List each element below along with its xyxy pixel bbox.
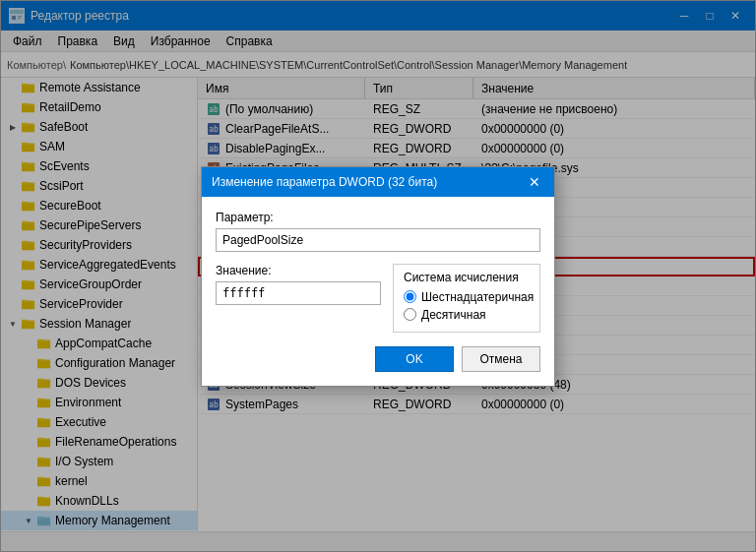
radio-hex-label: Шестнадцатеричная bbox=[421, 290, 534, 304]
modal-title-bar: Изменение параметра DWORD (32 бита) ✕ bbox=[202, 167, 554, 197]
modal-body: Параметр: Значение: Система исчисления Ш… bbox=[202, 197, 554, 386]
modal-value-section: Значение: bbox=[216, 264, 381, 333]
radio-dec-input[interactable] bbox=[404, 308, 416, 321]
radio-dec[interactable]: Десятичная bbox=[404, 308, 530, 322]
radio-dec-label: Десятичная bbox=[421, 308, 486, 322]
modal-value-label: Значение: bbox=[216, 264, 381, 277]
radio-hex[interactable]: Шестнадцатеричная bbox=[404, 290, 530, 304]
modal-radix-section: Система исчисления Шестнадцатеричная Дес… bbox=[393, 264, 540, 333]
modal-radix-title: Система исчисления bbox=[404, 271, 530, 284]
modal-dialog: Изменение параметра DWORD (32 бита) ✕ Па… bbox=[201, 166, 555, 387]
modal-buttons: OK Отмена bbox=[216, 346, 540, 372]
modal-overlay: Изменение параметра DWORD (32 бита) ✕ Па… bbox=[0, 0, 756, 552]
modal-close-button[interactable]: ✕ bbox=[525, 172, 544, 192]
modal-value-input[interactable] bbox=[216, 281, 381, 305]
modal-title: Изменение параметра DWORD (32 бита) bbox=[212, 175, 525, 189]
modal-row: Значение: Система исчисления Шестнадцате… bbox=[216, 264, 540, 333]
modal-cancel-button[interactable]: Отмена bbox=[462, 346, 540, 372]
modal-param-input[interactable] bbox=[216, 228, 540, 252]
radio-hex-input[interactable] bbox=[404, 290, 416, 303]
modal-ok-button[interactable]: OK bbox=[375, 346, 454, 372]
modal-param-label: Параметр: bbox=[216, 211, 540, 224]
